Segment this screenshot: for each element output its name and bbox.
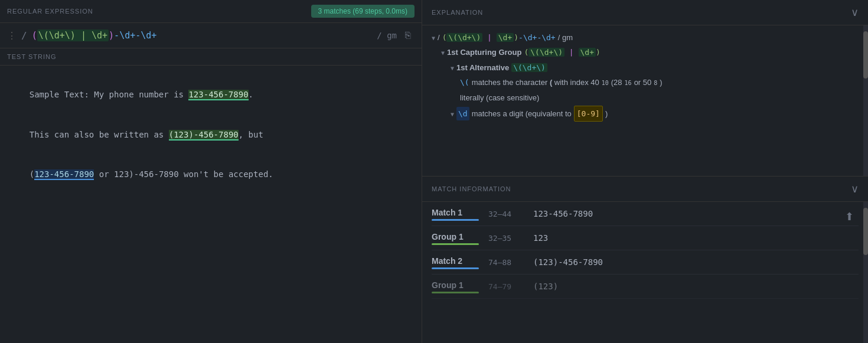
explanation-body: / (\(\d+\) | \d+)-\d+-\d+ / gm 1st Captu…: [422, 25, 868, 177]
exp-closeparen: ): [660, 76, 662, 89]
match-info-collapse-button[interactable]: ∨: [851, 182, 859, 195]
match-highlight-1: 123-456-7890: [188, 90, 248, 100]
match-pos-2: 74–88: [488, 258, 524, 267]
exp-root-regex: (\(\d+\) | \d+)-\d+-\d+: [442, 31, 556, 44]
exp-d-text: matches a digit (equivalent to: [472, 107, 572, 120]
regex-flags: / gm: [377, 31, 397, 40]
test-line-3-paren: (: [30, 169, 34, 179]
group-row-2: Group 1 74–79 (123): [432, 275, 859, 299]
group-value-2: (123): [533, 282, 558, 291]
match-info-scrollbar[interactable]: [863, 202, 868, 343]
group-value-1: 123: [533, 233, 548, 243]
regex-header: REGULAR EXPRESSION 3 matches (69 steps, …: [0, 0, 422, 23]
regex-dash2: -: [135, 30, 141, 41]
regex-d2: \d+: [141, 30, 156, 41]
alt-regex-text: \(\d+\): [511, 63, 547, 72]
exp-root-rest: -\d+-\d+: [518, 33, 556, 42]
exp-index-8: 8: [654, 78, 657, 89]
regex-input-row: ⋮ / (\(\d+\) | \d+)-\d+-\d+ / gm ⎘: [0, 23, 422, 48]
match-label-1: Match 1: [432, 208, 479, 220]
regex-expression[interactable]: (\(\d+\) | \d+)-\d+-\d+: [32, 30, 373, 41]
match-value-2: (123)-456-7890: [533, 257, 603, 267]
exp-root-pipe: |: [482, 33, 496, 42]
test-line-3-middle: or 123)-456-7890 won't be accepted.: [94, 169, 273, 179]
exp-root-end: / gm: [558, 31, 573, 44]
cg-closeparen: ): [596, 48, 601, 57]
explanation-title: EXPLANATION: [432, 9, 483, 16]
explanation-collapse-button[interactable]: ∨: [851, 6, 859, 19]
alt-regex: \(\d+\): [511, 61, 547, 74]
cg-group1: \(\d+\): [528, 48, 564, 57]
match-highlight-2: (123)-456-7890: [169, 130, 239, 141]
test-string-header: TEST STRING: [0, 48, 422, 66]
capturing-group-regex: (\(\d+\) | \d+): [524, 45, 600, 59]
exp-alt-row: 1st Alternative \(\d+\): [432, 60, 859, 75]
scrollbar-thumb: [863, 31, 868, 79]
exp-literally-text: literally (case sensitive): [460, 91, 539, 104]
exp-root-slash: /: [438, 31, 440, 44]
explanation-scrollbar[interactable]: [863, 25, 868, 176]
exp-tree: / (\(\d+\) | \d+)-\d+-\d+ / gm 1st Captu…: [432, 30, 859, 122]
root-arrow[interactable]: [432, 33, 435, 44]
match-label-2: Match 2: [432, 256, 479, 268]
group-label-1: Group 1: [432, 232, 479, 244]
copy-button[interactable]: ⎘: [402, 29, 415, 42]
match-row-2: Match 2 74–88 (123)-456-7890: [432, 250, 859, 275]
match-row-1: Match 1 32–44 123-456-7890: [432, 202, 859, 226]
explanation-header: EXPLANATION ∨: [422, 0, 868, 25]
drag-handle-icon[interactable]: ⋮: [7, 30, 17, 41]
alt-arrow[interactable]: [451, 63, 454, 74]
exp-root-row: / (\(\d+\) | \d+)-\d+-\d+ / gm: [432, 30, 859, 45]
exp-backslash-paren-row: \( matches the character ( with index 40…: [432, 75, 859, 90]
regex-dash1: -: [114, 30, 119, 41]
exp-d-close: ): [605, 107, 608, 120]
match-scrollbar-thumb: [863, 208, 868, 255]
exp-or: or 50: [634, 76, 652, 89]
exp-root-group: \(\d+\): [446, 33, 482, 42]
exp-index-10: 10: [602, 78, 609, 89]
test-string-area[interactable]: Sample Text: My phone number is 123-456-…: [0, 66, 422, 343]
match-pos-1: 32–44: [488, 210, 524, 218]
exp-d-range: [0-9]: [574, 106, 603, 122]
left-panel: REGULAR EXPRESSION 3 matches (69 steps, …: [0, 0, 422, 343]
regex-open-paren: (: [32, 30, 37, 41]
test-line-2-before: This can also be written as: [30, 130, 169, 139]
exp-d-row: \d matches a digit (equivalent to [0-9] …: [432, 105, 859, 122]
match-info-header: MATCH INFORMATION ∨: [422, 177, 868, 202]
test-line-1-before: Sample Text: My phone number is: [30, 90, 189, 99]
capturing-group-label: 1st Capturing Group: [447, 45, 521, 59]
regex-group: \(\d+\) | \d+: [37, 30, 109, 41]
d-arrow[interactable]: [451, 109, 454, 120]
capturing-group-arrow[interactable]: [441, 48, 445, 58]
exp-index-16: 16: [625, 78, 632, 89]
exp-literally-row: literally (case sensitive): [432, 90, 859, 105]
regex-d1: \d+: [119, 30, 135, 41]
group-pos-1: 32–35: [488, 234, 524, 243]
match-value-1: 123-456-7890: [533, 209, 593, 218]
regex-open-slash: /: [21, 30, 27, 41]
cg-pipe: |: [564, 48, 578, 57]
exp-root-d: \d+: [497, 33, 514, 42]
test-line-1-after: .: [249, 90, 253, 99]
exp-root-paren2: ): [514, 33, 518, 42]
regex-close-paren: ): [109, 30, 114, 41]
group-label-2: Group 1: [432, 280, 479, 292]
exp-backslash-paren: \(: [460, 76, 469, 89]
right-panel: EXPLANATION ∨ / (\(\d+\) | \d+)-\d+-\d+ …: [422, 0, 868, 343]
exp-parens: (28: [611, 76, 622, 89]
group-pos-2: 74–79: [488, 282, 524, 291]
share-button[interactable]: ⬆: [843, 208, 856, 226]
test-string-title: TEST STRING: [7, 53, 57, 60]
match-badge: 3 matches (69 steps, 0.0ms): [311, 5, 415, 18]
exp-capturing-group-row: 1st Capturing Group (\(\d+\) | \d+): [432, 45, 859, 60]
match-info-body: ⬆ Match 1 32–44 123-456-7890 Group 1 32–…: [422, 202, 868, 343]
regex-title: REGULAR EXPRESSION: [7, 8, 93, 15]
cg-d: \d+: [579, 48, 596, 57]
alt-label: 1st Alternative: [456, 61, 509, 74]
test-line-2-after: , but: [239, 130, 263, 139]
exp-d-label: \d: [456, 107, 469, 120]
group-row-1: Group 1 32–35 123: [432, 226, 859, 250]
match-highlight-3: 123-456-7890: [34, 169, 94, 180]
match-info-title: MATCH INFORMATION: [432, 185, 511, 192]
exp-matches-text: matches the character ( with index 40: [472, 76, 599, 89]
